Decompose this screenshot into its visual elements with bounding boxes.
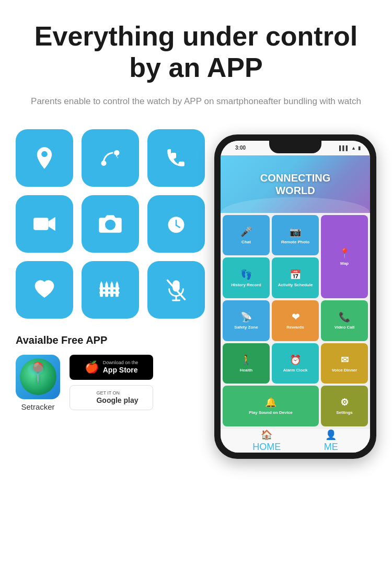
icon-video (16, 195, 73, 253)
app-map[interactable]: 📍 Map (321, 215, 368, 298)
subtitle: Parents enable to control the watch by A… (16, 94, 376, 108)
app-alarm-clock[interactable]: ⏰ Alarm Clock (272, 343, 319, 384)
health-icon: 🚶 (240, 354, 252, 366)
app-video-call[interactable]: 📞 Video Call (321, 300, 368, 341)
svg-rect-11 (110, 285, 113, 297)
schedule-icon: 📅 (290, 269, 301, 280)
play-sound-icon: 🔔 (265, 397, 276, 408)
setracker-icon: 📍 (16, 355, 60, 399)
svg-point-0 (101, 161, 107, 166)
map-label: Map (340, 261, 349, 266)
rewards-icon: ❤ (292, 311, 299, 323)
app-play-sound[interactable]: 🔔 Play Sound on Device (223, 386, 319, 426)
app-section-label: Avaialbe Free APP (16, 334, 204, 346)
right-column: 3:00 ▌▌▌ ▲ ▮ CONNECTING WORLD (214, 129, 376, 459)
history-icon: 👣 (240, 269, 252, 280)
app-schedule[interactable]: 📅 Activity Schedule (272, 257, 319, 298)
alarm-clock-icon: ⏰ (290, 354, 301, 366)
app-banner: CONNECTING WORLD (221, 155, 370, 213)
me-label: ME (324, 442, 338, 453)
phone-screen: 3:00 ▌▌▌ ▲ ▮ CONNECTING WORLD (221, 141, 370, 453)
icon-heart (16, 261, 73, 319)
battery-icon: ▮ (358, 145, 361, 151)
content-row: Avaialbe Free APP 📍 Setracker 🍎 (16, 129, 376, 459)
main-title: Everything under control by an APP (16, 21, 376, 84)
home-label: HOME (252, 442, 281, 453)
phone-icon (163, 145, 189, 171)
status-time: 3:00 (235, 145, 246, 151)
user-icon: 👤 (325, 429, 337, 441)
app-safety-zone[interactable]: 📡 Safety Zone (223, 300, 270, 341)
safety-zone-label: Safety Zone (234, 325, 258, 330)
rewards-label: Rewards (286, 325, 304, 330)
app-history[interactable]: 👣 History Record (223, 257, 270, 298)
map-pin-icon: 📍 (26, 362, 50, 384)
chat-icon: 🎤 (240, 226, 252, 238)
camera-icon (97, 211, 123, 237)
voice-dinner-label: Voice Dinner (332, 368, 357, 373)
video-icon (31, 211, 57, 237)
svg-marker-13 (100, 281, 103, 285)
phone-outer-frame: 3:00 ▌▌▌ ▲ ▮ CONNECTING WORLD (214, 134, 376, 459)
page-container: Everything under control by an APP Paren… (0, 0, 392, 480)
remote-photo-label: Remote Photo (281, 240, 309, 244)
svg-rect-18 (99, 291, 119, 294)
googleplay-text: GET IT ON Google play (96, 390, 138, 405)
app-remote-photo[interactable]: 📷 Remote Photo (272, 215, 319, 256)
setracker-label: Setracker (21, 402, 54, 411)
store-buttons: 🍎 Download on the App Store ▶ GET IT ON … (70, 355, 153, 410)
signal-icon: ▌▌▌ (339, 145, 349, 151)
heart-icon (31, 277, 57, 303)
svg-marker-16 (116, 281, 119, 285)
alarm-clock-label: Alarm Clock (283, 368, 308, 373)
appstore-text: Download on the App Store (103, 360, 139, 375)
video-call-icon: 📞 (339, 311, 350, 323)
svg-rect-10 (105, 285, 108, 297)
icon-route (82, 129, 139, 187)
appstore-button[interactable]: 🍎 Download on the App Store (70, 355, 153, 380)
app-chat[interactable]: 🎤 Chat (223, 215, 270, 256)
icon-fence (82, 261, 139, 319)
settings-icon: ⚙ (340, 397, 349, 408)
video-call-label: Video Call (335, 325, 355, 330)
icon-phone (147, 129, 205, 187)
svg-point-4 (107, 222, 113, 228)
left-column: Avaialbe Free APP 📍 Setracker 🍎 (16, 129, 204, 411)
svg-rect-9 (100, 285, 103, 297)
phone-bottom-nav: 🏠 HOME 👤 ME (221, 429, 370, 453)
app-rewards[interactable]: ❤ Rewards (272, 300, 319, 341)
svg-rect-17 (99, 287, 119, 289)
icon-alarm (147, 195, 205, 253)
setracker-col: 📍 Setracker (16, 355, 60, 411)
status-icons: ▌▌▌ ▲ ▮ (339, 145, 361, 151)
app-settings[interactable]: ⚙ Settings (321, 386, 368, 426)
history-label: History Record (231, 283, 261, 287)
app-voice-dinner[interactable]: ✉ Voice Dinner (321, 343, 368, 384)
voice-dinner-icon: ✉ (341, 354, 349, 366)
safety-zone-icon: 📡 (240, 311, 252, 323)
googleplay-button[interactable]: ▶ GET IT ON Google play (70, 385, 153, 410)
icon-location (16, 129, 73, 187)
banner-line1: CONNECTING (260, 172, 330, 184)
chat-label: Chat (241, 240, 251, 244)
settings-label: Settings (336, 410, 353, 415)
banner-line2: WORLD (275, 185, 315, 196)
app-row: 📍 Setracker 🍎 Download on the App Store (16, 355, 204, 411)
schedule-label: Activity Schedule (278, 283, 313, 287)
phone-mockup: 3:00 ▌▌▌ ▲ ▮ CONNECTING WORLD (214, 134, 376, 459)
phone-notch (269, 141, 321, 153)
svg-line-2 (117, 155, 118, 158)
banner-clouds (221, 197, 370, 213)
banner-title: CONNECTING WORLD (260, 172, 330, 197)
nav-me[interactable]: 👤 ME (324, 429, 338, 453)
health-label: Health (240, 368, 252, 373)
route-icon (97, 145, 123, 171)
remote-photo-icon: 📷 (290, 226, 301, 238)
icon-mute (147, 261, 205, 319)
map-icon: 📍 (339, 247, 350, 259)
nav-home[interactable]: 🏠 HOME (252, 429, 281, 453)
app-health[interactable]: 🚶 Health (223, 343, 270, 384)
svg-marker-14 (105, 281, 108, 285)
setracker-globe: 📍 (20, 358, 56, 395)
play-sound-label: Play Sound on Device (249, 410, 293, 415)
